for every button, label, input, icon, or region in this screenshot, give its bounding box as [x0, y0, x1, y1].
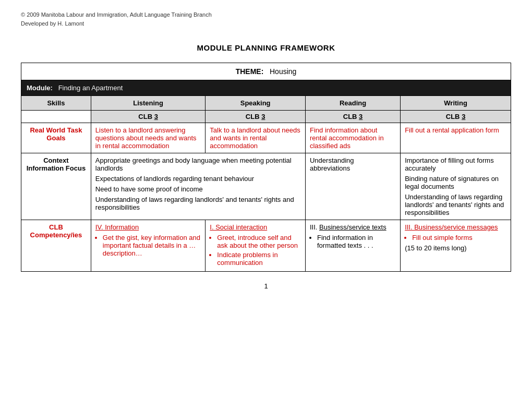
clb-speaking: CLB 3 — [205, 111, 306, 123]
real-world-reading: Find information about rental accommodat… — [305, 123, 400, 153]
context-writing-item-3: Understanding of laws regarding landlord… — [405, 193, 506, 216]
col-speaking: Speaking — [205, 96, 306, 111]
clb-comp-speaking-list: Greet, introduce self and ask about the … — [217, 234, 301, 267]
module-row: Module: Finding an Apartment — [21, 80, 511, 96]
module-label: Module: — [27, 84, 53, 92]
context-row: Context Information Focus Appropriate gr… — [21, 153, 511, 220]
clb-comp-writing-heading: III. Business/service messages — [405, 223, 506, 231]
context-item-1: Appropriate greetings and body language … — [95, 156, 301, 172]
context-listening-speaking: Appropriate greetings and body language … — [91, 153, 305, 220]
col-skills: Skills — [21, 96, 91, 111]
main-table: THEME: Housing Module: Finding an Apartm… — [21, 63, 511, 272]
clb-comp-speaking: I. Social interaction Greet, introduce s… — [205, 220, 306, 272]
col-reading: Reading — [305, 96, 400, 111]
clb-comp-listening-list: Get the gist, key information and import… — [103, 234, 201, 257]
real-world-label: Real World Task Goals — [21, 123, 91, 153]
clb-comp-writing-list: Fill out simple forms — [412, 234, 506, 241]
clb-row: CLB 3 CLB 3 CLB 3 CLB 3 — [21, 111, 511, 123]
context-reading: Understanding abbreviations — [305, 153, 400, 220]
clb-comp-listening: IV. Information Get the gist, key inform… — [91, 220, 205, 272]
clb-comp-row: CLB Competency/ies IV. Information Get t… — [21, 220, 511, 272]
clb-comp-reading-heading-underline: Business/service texts — [319, 223, 386, 231]
clb-comp-writing-item-1: Fill out simple forms — [412, 234, 506, 241]
clb-comp-writing: III. Business/service messages Fill out … — [401, 220, 511, 272]
theme-row: THEME: Housing — [21, 63, 511, 80]
clb-comp-listening-heading: IV. Information — [95, 223, 201, 231]
clb-skills-cell — [21, 111, 91, 123]
module-cell: Module: Finding an Apartment — [21, 80, 511, 96]
clb-comp-listening-item-1: Get the gist, key information and import… — [103, 234, 201, 257]
real-world-speaking: Talk to a landlord about needs and wants… — [205, 123, 306, 153]
clb-reading: CLB 3 — [305, 111, 400, 123]
theme-cell: THEME: Housing — [21, 63, 511, 80]
context-label: Context Information Focus — [21, 153, 91, 220]
page-title: MODULE PLANNING FRAMEWORK — [21, 43, 511, 52]
theme-label: THEME: — [236, 67, 264, 76]
clb-comp-reading-item-1: Find information in formatted texts . . … — [317, 234, 396, 249]
clb-comp-reading-heading: III. Business/service texts — [310, 223, 396, 231]
context-item-2: Expectations of landlords regarding tena… — [95, 175, 301, 183]
clb-comp-label: CLB Competency/ies — [21, 220, 91, 272]
column-header-row: Skills Listening Speaking Reading Writin… — [21, 96, 511, 111]
context-writing-item-2: Binding nature of signatures on legal do… — [405, 175, 506, 190]
real-world-writing: Fill out a rental application form — [401, 123, 511, 153]
clb-comp-speaking-item-1: Greet, introduce self and ask about the … — [217, 234, 301, 249]
real-world-listening: Listen to a landlord answering questions… — [91, 123, 205, 153]
clb-comp-writing-note: (15 to 20 items long) — [405, 244, 506, 252]
module-value: Finding an Apartment — [58, 84, 123, 92]
clb-writing: CLB 3 — [401, 111, 511, 123]
context-writing-item-1: Importance of filling out forms accurate… — [405, 156, 506, 172]
theme-value: Housing — [270, 67, 296, 76]
clb-comp-speaking-item-2: Indicate problems in communication — [217, 251, 301, 267]
col-writing: Writing — [401, 96, 511, 111]
context-item-4: Understanding of laws regarding landlord… — [95, 196, 301, 211]
clb-comp-reading-list: Find information in formatted texts . . … — [317, 234, 396, 249]
clb-comp-speaking-heading: I. Social interaction — [210, 223, 301, 231]
clb-comp-reading: III. Business/service texts Find informa… — [305, 220, 400, 272]
clb-listening: CLB 3 — [91, 111, 205, 123]
page-number: 1 — [21, 282, 511, 290]
real-world-row: Real World Task Goals Listen to a landlo… — [21, 123, 511, 153]
col-listening: Listening — [91, 96, 205, 111]
context-item-3: Need to have some proof of income — [95, 185, 301, 193]
copyright-text: © 2009 Manitoba Labour and Immigration, … — [21, 10, 511, 28]
context-writing: Importance of filling out forms accurate… — [401, 153, 511, 220]
